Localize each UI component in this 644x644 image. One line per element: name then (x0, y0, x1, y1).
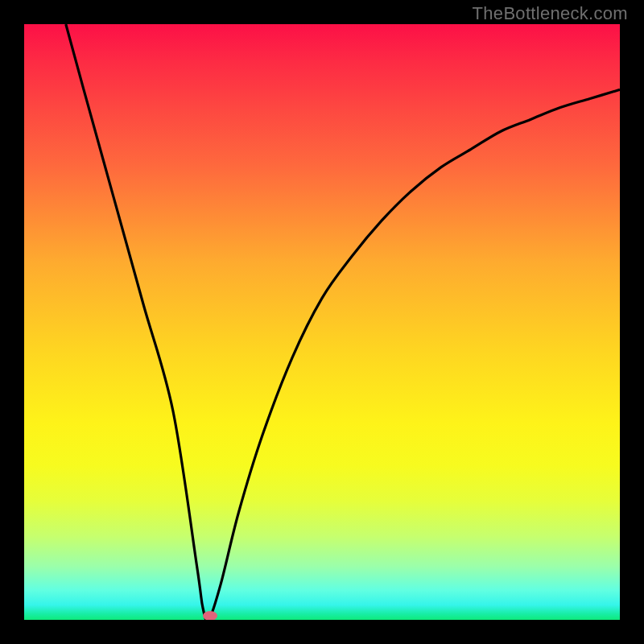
bottleneck-curve (24, 24, 620, 620)
minimum-marker (203, 611, 217, 620)
watermark-label: TheBottleneck.com (473, 3, 628, 24)
curve-path (66, 24, 620, 620)
chart-frame: TheBottleneck.com (0, 0, 644, 644)
plot-area (24, 24, 620, 620)
